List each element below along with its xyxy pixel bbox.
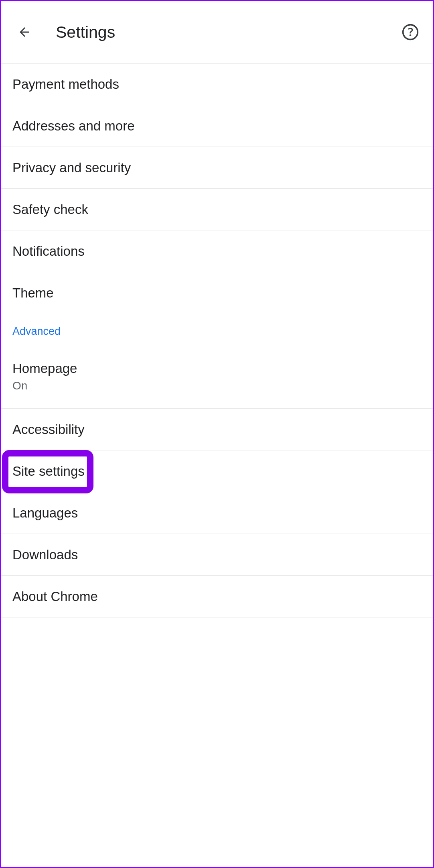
settings-item-accessibility[interactable]: Accessibility [1,409,433,450]
item-label: Site settings [12,464,422,479]
item-sublabel: On [12,379,422,392]
settings-item-safety-check[interactable]: Safety check [1,189,433,230]
settings-item-downloads[interactable]: Downloads [1,534,433,576]
settings-header: Settings [1,1,433,63]
settings-item-theme[interactable]: Theme [1,272,433,314]
item-label: Safety check [12,202,422,217]
settings-item-homepage[interactable]: Homepage On [1,345,433,409]
help-icon [402,23,419,41]
item-label: Notifications [12,244,422,259]
settings-item-notifications[interactable]: Notifications [1,230,433,272]
item-label: Addresses and more [12,118,422,134]
advanced-section-header: Advanced [1,314,433,345]
settings-item-languages[interactable]: Languages [1,492,433,534]
settings-item-privacy[interactable]: Privacy and security [1,147,433,189]
settings-item-about-chrome[interactable]: About Chrome [1,576,433,617]
arrow-left-icon [17,25,32,39]
settings-item-payment-methods[interactable]: Payment methods [1,63,433,105]
settings-item-addresses[interactable]: Addresses and more [1,105,433,147]
item-label: Homepage [12,361,422,376]
item-label: Downloads [12,547,422,562]
item-label: Theme [12,285,422,301]
page-title: Settings [56,23,399,42]
item-label: Accessibility [12,422,422,437]
item-label: Payment methods [12,77,422,92]
item-label: Languages [12,505,422,521]
help-button[interactable] [399,21,422,43]
item-label: About Chrome [12,589,422,604]
back-button[interactable] [12,20,37,44]
settings-item-site-settings[interactable]: Site settings [1,450,433,492]
item-label: Privacy and security [12,160,422,175]
